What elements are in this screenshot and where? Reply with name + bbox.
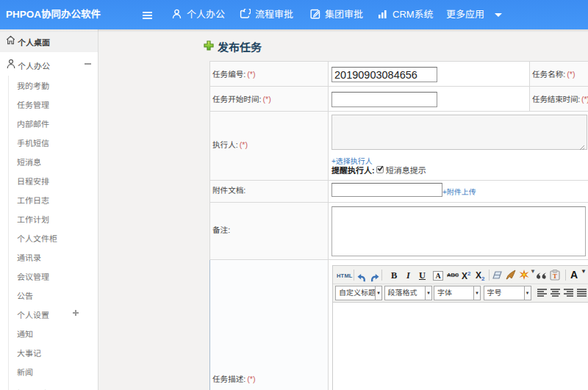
svg-text:T: T [553,272,557,280]
